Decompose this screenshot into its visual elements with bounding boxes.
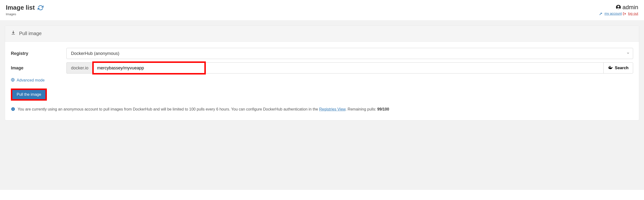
image-input-highlight xyxy=(92,61,206,75)
search-button[interactable]: Search xyxy=(604,62,633,74)
header-right: admin my account log out xyxy=(599,4,638,16)
logout-icon xyxy=(623,12,626,16)
svg-rect-5 xyxy=(610,67,611,68)
globe-icon xyxy=(11,78,15,83)
my-account-link[interactable]: my account xyxy=(604,12,622,16)
page-title: Image list xyxy=(6,4,35,11)
registries-view-link[interactable]: Registries View xyxy=(319,107,346,111)
image-input-group: docker.io Search xyxy=(66,62,633,74)
user-name: admin xyxy=(622,4,638,11)
panel-title: Pull image xyxy=(19,31,42,36)
pull-image-panel: Pull image Registry DockerHub (anonymous… xyxy=(5,25,639,120)
svg-rect-6 xyxy=(609,66,610,67)
svg-point-1 xyxy=(618,6,619,8)
registry-row: Registry DockerHub (anonymous) xyxy=(11,48,633,59)
image-input[interactable] xyxy=(97,66,201,71)
advanced-mode-link[interactable]: Advanced mode xyxy=(11,78,45,83)
pull-image-button[interactable]: Pull the image xyxy=(12,90,46,99)
breadcrumb[interactable]: Images xyxy=(6,12,44,16)
image-label: Image xyxy=(11,66,66,71)
panel-header: Pull image xyxy=(5,26,639,42)
registry-label: Registry xyxy=(11,51,66,56)
panel-body: Registry DockerHub (anonymous) Image xyxy=(5,42,639,120)
wrench-icon xyxy=(599,12,602,16)
svg-rect-7 xyxy=(610,66,611,67)
content-area: Pull image Registry DockerHub (anonymous… xyxy=(0,21,644,190)
info-icon xyxy=(11,107,15,113)
registry-select[interactable]: DockerHub (anonymous) xyxy=(66,48,633,59)
image-input-filler[interactable] xyxy=(206,62,604,74)
header-left: Image list Images xyxy=(6,4,44,16)
logout-link[interactable]: log out xyxy=(628,12,638,16)
advanced-row: Advanced mode xyxy=(11,78,633,83)
page-header: Image list Images admin my account log o… xyxy=(0,0,644,21)
svg-rect-4 xyxy=(609,67,610,68)
download-icon xyxy=(11,31,16,37)
pull-button-highlight: Pull the image xyxy=(11,89,47,101)
advanced-mode-label: Advanced mode xyxy=(17,78,45,82)
svg-rect-3 xyxy=(608,67,609,68)
info-text-post: . Remaining pulls: xyxy=(346,107,377,111)
search-button-label: Search xyxy=(615,66,628,70)
refresh-icon[interactable] xyxy=(38,5,44,11)
registry-selected-value: DockerHub (anonymous) xyxy=(71,51,119,56)
info-text-pre: You are currently using an anonymous acc… xyxy=(18,107,319,111)
user-links: my account log out xyxy=(599,12,638,16)
docker-icon xyxy=(608,66,613,71)
image-prefix: docker.io xyxy=(66,62,93,74)
info-text: You are currently using an anonymous acc… xyxy=(18,106,389,112)
svg-rect-11 xyxy=(13,109,13,110)
info-row: You are currently using an anonymous acc… xyxy=(11,106,633,113)
image-row: Image docker.io Search xyxy=(11,62,633,74)
user-info: admin xyxy=(599,4,638,11)
svg-point-12 xyxy=(13,108,13,108)
info-remaining: 99/100 xyxy=(377,107,389,111)
user-icon xyxy=(616,5,621,10)
title-row: Image list xyxy=(6,4,44,11)
